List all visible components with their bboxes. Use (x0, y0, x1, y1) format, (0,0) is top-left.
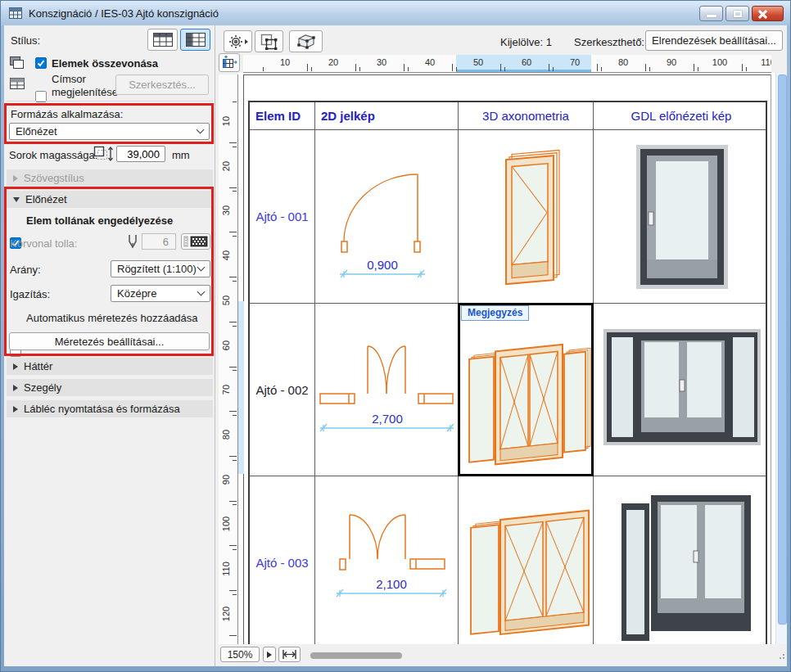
merge-elements-checkbox[interactable] (35, 57, 47, 69)
minimize-button[interactable] (699, 6, 723, 21)
ruler-number: 50 (467, 57, 490, 67)
resize-grip[interactable] (780, 657, 781, 659)
ruler-tick (746, 67, 747, 71)
ruler-number: 90 (221, 470, 231, 489)
ruler-number: 40 (418, 57, 441, 67)
heading-display-label: Címsor megjelenítése (52, 73, 114, 99)
ruler-tick (408, 67, 409, 71)
pen-pattern-button[interactable] (181, 233, 210, 250)
background-section-label: Háttér (24, 360, 52, 372)
ruler-number: 70 (221, 380, 231, 399)
ruler-number: 30 (221, 201, 231, 220)
ruler-tick (229, 635, 237, 636)
ruler-tick (233, 415, 237, 416)
select-2d-button[interactable] (255, 30, 283, 52)
scale-dropdown[interactable]: Rögzített (1:100) (111, 260, 210, 277)
fit-width-button[interactable] (278, 647, 301, 662)
door-2d-symbol-row2: 2,700 (319, 333, 455, 448)
marquee-2d-icon (260, 34, 278, 50)
ruler-origin-button[interactable] (219, 53, 240, 72)
uniform-row-height-icon (93, 146, 113, 162)
cell-id-row3[interactable]: Ajtó - 003 (250, 476, 314, 647)
maximize-button[interactable] (725, 6, 749, 21)
dimension-settings-button[interactable]: Méretezés beállításai... (9, 332, 210, 350)
row-height-input[interactable] (116, 146, 165, 162)
header-elem-id[interactable]: Elem ID (250, 102, 314, 129)
apply-format-dropdown[interactable]: Előnézet (9, 123, 210, 140)
zoom-menu-button[interactable] (263, 647, 276, 662)
header-gdl-preview[interactable]: GDL előnézeti kép (594, 102, 769, 129)
ruler-number: 10 (221, 111, 231, 131)
selected-row-highlight (238, 301, 244, 474)
ruler-tick (233, 549, 237, 550)
settings-sidebar: Stílus: (4, 25, 215, 666)
ruler-tick (311, 67, 312, 71)
schedule-table[interactable]: Elem ID 2D jelkép 3D axonometria GDL elő… (248, 101, 767, 647)
ruler-number: 30 (370, 57, 393, 67)
zoom-level-button[interactable]: 150% (220, 647, 260, 662)
ruler-tick (263, 67, 264, 71)
ruler-tick (549, 64, 549, 71)
konszignacio-window: Konszignáció / IES-03 Ajtó konszignáció … (0, 0, 791, 672)
edit-heading-button[interactable]: Szerkesztés... (115, 74, 209, 95)
title-bar[interactable]: Konszignáció / IES-03 Ajtó konszignáció (1, 1, 790, 25)
alignment-dropdown[interactable]: Középre (111, 285, 210, 302)
section-border[interactable]: Szegély (7, 379, 213, 396)
ruler-tick (229, 456, 237, 457)
ruler-tick (456, 67, 457, 71)
dimension-row1: 0,900 (367, 258, 398, 272)
collapsed-arrow-icon (13, 175, 18, 182)
ruler-tick (229, 232, 237, 232)
footer-section-label: Lábléc nyomtatása és formázása (24, 403, 180, 415)
apply-format-value: Előnézet (16, 125, 57, 138)
ruler-tick (233, 326, 237, 327)
client-area: Stílus: (4, 25, 787, 666)
cell-id-row2[interactable]: Ajtó - 002 (250, 304, 314, 476)
horizontal-ruler[interactable]: 102030405060708090100110 (243, 55, 771, 73)
scheme-settings-button[interactable] (224, 30, 252, 52)
close-button[interactable] (752, 6, 784, 21)
ruler-tick (742, 64, 743, 71)
hatch-pattern-icon (183, 236, 208, 247)
vertical-scrollbar-thumb[interactable] (778, 74, 787, 625)
style-option-flat-button[interactable] (147, 29, 178, 51)
ruler-tick (233, 281, 237, 282)
ruler-tick (645, 64, 646, 71)
horizontal-scrollbar-thumb[interactable] (310, 652, 402, 659)
text-style-section-label: Szövegstílus (24, 172, 84, 184)
resize-grip[interactable] (783, 657, 784, 659)
flat-table-icon (153, 33, 173, 47)
section-background[interactable]: Háttér (7, 358, 213, 375)
header-2d-symbol[interactable]: 2D jelkép (315, 102, 458, 129)
door-2d-symbol-row1: 0,900 (340, 156, 432, 286)
alignment-value: Középre (117, 287, 156, 300)
ruler-tick (229, 411, 237, 412)
ruler-tick (307, 64, 308, 71)
section-preview[interactable]: Előnézet (7, 191, 213, 208)
selected-cell-outline[interactable] (458, 303, 594, 476)
ruler-tick (404, 64, 405, 71)
layout-settings-button[interactable]: Elrendezések beállításai... (645, 30, 783, 51)
ruler-tick (355, 64, 356, 71)
section-text-style[interactable]: Szövegstílus (7, 169, 213, 187)
border-section-label: Szegély (24, 381, 61, 394)
cell-id-row1[interactable]: Ajtó - 001 (250, 130, 314, 303)
vertical-scrollbar[interactable] (775, 73, 787, 647)
schedule-canvas[interactable]: Elem ID 2D jelkép 3D axonometria GDL elő… (238, 73, 775, 647)
ruler-tick (229, 590, 237, 591)
collapsed-arrow-icon (13, 363, 18, 370)
select-3d-button[interactable] (289, 30, 323, 52)
bottom-bar: 150% (216, 644, 787, 666)
heading-display-icon (10, 78, 25, 89)
ruler-tick (553, 67, 554, 71)
section-footer[interactable]: Lábléc nyomtatása és formázása (7, 400, 213, 417)
chevron-down-icon (197, 264, 206, 272)
header-3d-axonometry[interactable]: 3D axonometria (459, 102, 593, 129)
window-title: Konszignáció / IES-03 Ajtó konszignáció (29, 7, 219, 20)
resize-grip[interactable] (783, 654, 784, 656)
vertical-ruler[interactable]: 102030405060708090100110120 (219, 74, 238, 647)
door-3d-row3 (469, 503, 594, 641)
ruler-tick (233, 101, 237, 102)
ruler-number: 110 (757, 57, 771, 67)
style-option-grid-button[interactable] (180, 29, 210, 51)
